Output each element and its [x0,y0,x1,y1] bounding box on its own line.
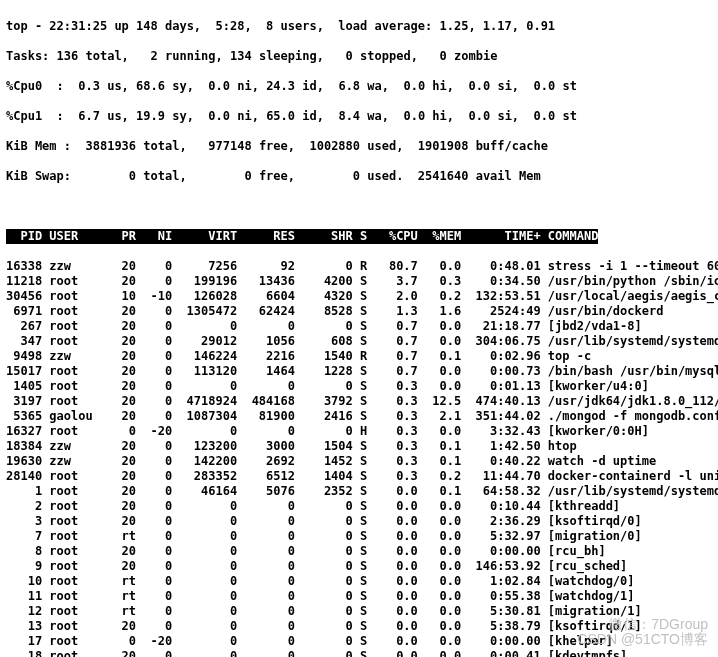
process-row: 1 root 20 0 46164 5076 2352 S 0.0 0.1 64… [6,484,712,499]
summary-swap: KiB Swap: 0 total, 0 free, 0 used. 25416… [6,169,712,184]
process-row: 10 root rt 0 0 0 0 S 0.0 0.0 1:02.84 [wa… [6,574,712,589]
process-row: 18384 zzw 20 0 123200 3000 1504 S 0.3 0.… [6,439,712,454]
process-row: 11 root rt 0 0 0 0 S 0.0 0.0 0:55.38 [wa… [6,589,712,604]
column-header-row: PID USER PR NI VIRT RES SHR S %CPU %MEM … [6,229,712,244]
summary-uptime: top - 22:31:25 up 148 days, 5:28, 8 user… [6,19,712,34]
process-row: 9498 zzw 20 0 146224 2216 1540 R 0.7 0.1… [6,349,712,364]
summary-tasks: Tasks: 136 total, 2 running, 134 sleepin… [6,49,712,64]
process-row: 16327 root 0 -20 0 0 0 H 0.3 0.0 3:32.43… [6,424,712,439]
process-row: 11218 root 20 0 199196 13436 4200 S 3.7 … [6,274,712,289]
process-row: 16338 zzw 20 0 7256 92 0 R 80.7 0.0 0:48… [6,259,712,274]
column-headers[interactable]: PID USER PR NI VIRT RES SHR S %CPU %MEM … [6,229,598,244]
process-list: 16338 zzw 20 0 7256 92 0 R 80.7 0.0 0:48… [6,259,712,657]
process-row: 30456 root 10 -10 126028 6604 4320 S 2.0… [6,289,712,304]
terminal-output: top - 22:31:25 up 148 days, 5:28, 8 user… [0,0,718,657]
process-row: 347 root 20 0 29012 1056 608 S 0.7 0.0 3… [6,334,712,349]
process-row: 3 root 20 0 0 0 0 S 0.0 0.0 2:36.29 [kso… [6,514,712,529]
summary-cpu0: %Cpu0 : 0.3 us, 68.6 sy, 0.0 ni, 24.3 id… [6,79,712,94]
process-row: 9 root 20 0 0 0 0 S 0.0 0.0 146:53.92 [r… [6,559,712,574]
process-row: 1405 root 20 0 0 0 0 S 0.3 0.0 0:01.13 [… [6,379,712,394]
process-row: 7 root rt 0 0 0 0 S 0.0 0.0 5:32.97 [mig… [6,529,712,544]
process-row: 15017 root 20 0 113120 1464 1228 S 0.7 0… [6,364,712,379]
process-row: 17 root 0 -20 0 0 0 S 0.0 0.0 0:00.00 [k… [6,634,712,649]
process-row: 28140 root 20 0 283352 6512 1404 S 0.3 0… [6,469,712,484]
process-row: 8 root 20 0 0 0 0 S 0.0 0.0 0:00.00 [rcu… [6,544,712,559]
process-row: 18 root 20 0 0 0 0 S 0.0 0.0 0:00.41 [kd… [6,649,712,657]
process-row: 13 root 20 0 0 0 0 S 0.0 0.0 5:38.79 [ks… [6,619,712,634]
process-row: 12 root rt 0 0 0 0 S 0.0 0.0 5:30.81 [mi… [6,604,712,619]
blank-line [6,199,712,214]
process-row: 267 root 20 0 0 0 0 S 0.7 0.0 21:18.77 [… [6,319,712,334]
summary-cpu1: %Cpu1 : 6.7 us, 19.9 sy, 0.0 ni, 65.0 id… [6,109,712,124]
process-row: 3197 root 20 0 4718924 484168 3792 S 0.3… [6,394,712,409]
summary-mem: KiB Mem : 3881936 total, 977148 free, 10… [6,139,712,154]
process-row: 6971 root 20 0 1305472 62424 8528 S 1.3 … [6,304,712,319]
process-row: 2 root 20 0 0 0 0 S 0.0 0.0 0:10.44 [kth… [6,499,712,514]
process-row: 5365 gaolou 20 0 1087304 81900 2416 S 0.… [6,409,712,424]
process-row: 19630 zzw 20 0 142200 2692 1452 S 0.3 0.… [6,454,712,469]
